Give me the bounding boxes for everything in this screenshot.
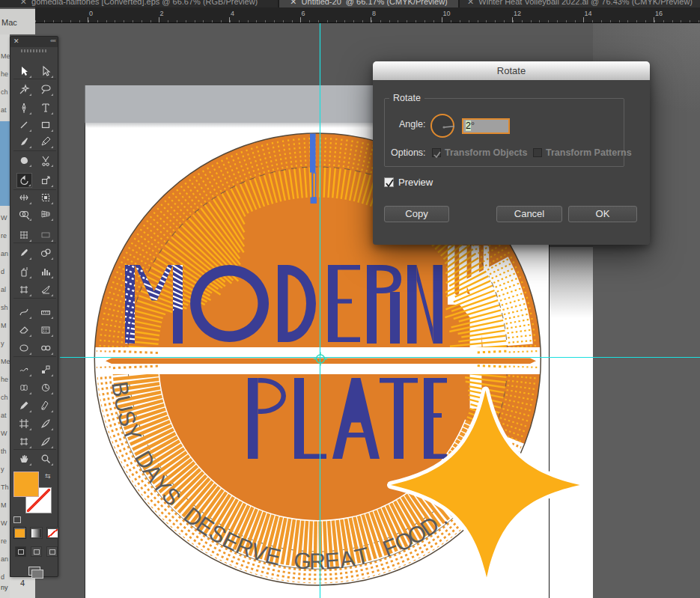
svg-text:R: R: [309, 548, 326, 573]
